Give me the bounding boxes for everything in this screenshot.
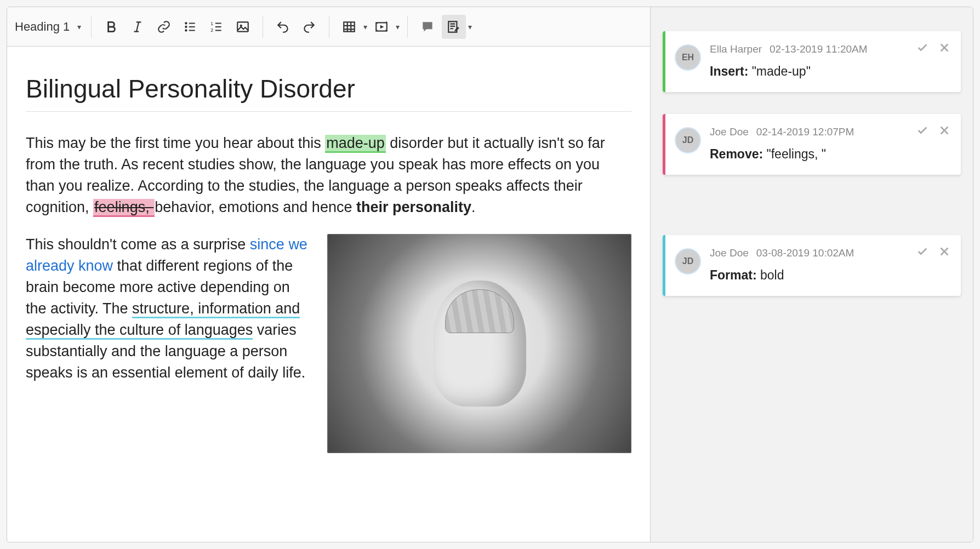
format-group: 12 bbox=[96, 15, 258, 39]
toolbar-separator bbox=[91, 16, 92, 38]
reject-button[interactable] bbox=[935, 121, 954, 140]
suggestion-label: Format: bbox=[710, 268, 757, 282]
reject-button[interactable] bbox=[935, 242, 954, 261]
insertion-mark[interactable]: made-up bbox=[325, 135, 386, 153]
spacer bbox=[663, 197, 961, 235]
media-button[interactable] bbox=[369, 15, 394, 39]
suggestion-date: 02-14-2019 12:07PM bbox=[756, 126, 854, 138]
suggestion-stripe bbox=[663, 235, 665, 296]
title-rule bbox=[26, 111, 631, 112]
page-title: Bilingual Personality Disorder bbox=[26, 74, 631, 104]
avatar: EH bbox=[675, 44, 701, 71]
suggestion-author: Ella Harper bbox=[710, 43, 762, 55]
svg-text:2: 2 bbox=[210, 27, 213, 32]
app-frame: Heading 1 ▾ 12 bbox=[7, 7, 973, 542]
suggestion-label: Insert: bbox=[710, 64, 748, 78]
svg-point-0 bbox=[185, 22, 187, 24]
accept-button[interactable] bbox=[913, 121, 932, 140]
image-placeholder-brain bbox=[445, 289, 514, 333]
italic-button[interactable] bbox=[126, 15, 150, 39]
collab-group: ▾ bbox=[412, 15, 475, 39]
image-placeholder-head bbox=[433, 281, 526, 407]
svg-point-2 bbox=[185, 29, 187, 31]
reject-button[interactable] bbox=[935, 38, 954, 58]
text: . bbox=[471, 199, 476, 215]
suggestion-card[interactable]: JD Joe Doe 03-08-2019 10:02AM Format: bo… bbox=[663, 235, 961, 296]
suggestion-text: Format: bold bbox=[710, 268, 949, 283]
suggestion-card[interactable]: EH Ella Harper 02-13-2019 11:20AM Insert… bbox=[663, 31, 961, 92]
suggestion-actions bbox=[913, 121, 954, 140]
insert-group: ▾ ▾ bbox=[334, 15, 403, 39]
editor-column: Heading 1 ▾ 12 bbox=[7, 7, 651, 542]
chevron-down-icon[interactable]: ▾ bbox=[468, 22, 472, 31]
undo-button[interactable] bbox=[271, 15, 295, 39]
svg-point-1 bbox=[185, 25, 187, 27]
suggestion-actions bbox=[913, 38, 954, 58]
suggestion-card[interactable]: JD Joe Doe 02-14-2019 12:07PM Remove: "f… bbox=[663, 114, 961, 175]
suggestion-value: bold bbox=[760, 268, 784, 282]
text: This may be the first time you hear abou… bbox=[26, 135, 325, 151]
chevron-down-icon[interactable]: ▾ bbox=[396, 22, 400, 31]
suggestion-actions bbox=[913, 242, 954, 261]
toolbar: Heading 1 ▾ 12 bbox=[7, 7, 650, 47]
suggestion-stripe bbox=[663, 114, 665, 175]
chevron-down-icon: ▾ bbox=[77, 22, 81, 31]
link-button[interactable] bbox=[152, 15, 176, 39]
text: behavior, emotions and hence bbox=[155, 199, 356, 215]
heading-label: Heading 1 bbox=[15, 20, 70, 34]
table-button[interactable] bbox=[337, 15, 361, 39]
toolbar-separator bbox=[263, 16, 263, 38]
suggestion-text: Remove: "feelings, " bbox=[710, 147, 949, 162]
svg-text:1: 1 bbox=[210, 20, 213, 26]
svg-rect-5 bbox=[238, 22, 249, 31]
suggestion-value: "feelings, " bbox=[767, 147, 826, 161]
suggestion-label: Remove: bbox=[710, 147, 763, 161]
article-image[interactable] bbox=[327, 234, 631, 453]
avatar: JD bbox=[675, 127, 701, 153]
bold-text: their personality bbox=[356, 199, 471, 215]
editor-body[interactable]: Bilingual Personality Disorder This may … bbox=[7, 47, 650, 542]
accept-button[interactable] bbox=[913, 242, 932, 261]
suggestion-date: 03-08-2019 10:02AM bbox=[756, 247, 854, 259]
avatar: JD bbox=[675, 248, 701, 274]
suggestion-author: Joe Doe bbox=[710, 126, 749, 138]
suggestion-value: "made-up" bbox=[752, 64, 811, 78]
suggestion-author: Joe Doe bbox=[710, 247, 749, 259]
svg-rect-7 bbox=[344, 22, 355, 31]
bullet-list-button[interactable] bbox=[178, 15, 202, 39]
accept-button[interactable] bbox=[913, 38, 932, 58]
text: This shouldn't come as a surprise bbox=[26, 236, 250, 253]
numbered-list-button[interactable]: 12 bbox=[204, 15, 229, 39]
paragraph-1: This may be the first time you hear abou… bbox=[26, 133, 631, 219]
deletion-mark[interactable]: feelings, bbox=[93, 199, 155, 217]
bold-button[interactable] bbox=[99, 15, 123, 39]
suggestion-stripe bbox=[663, 31, 665, 92]
suggestions-sidebar: EH Ella Harper 02-13-2019 11:20AM Insert… bbox=[651, 7, 973, 542]
suggestion-text: Insert: "made-up" bbox=[710, 64, 949, 79]
history-group bbox=[267, 15, 324, 39]
heading-dropdown[interactable]: Heading 1 ▾ bbox=[13, 15, 87, 39]
chevron-down-icon[interactable]: ▾ bbox=[363, 22, 367, 31]
redo-button[interactable] bbox=[297, 15, 321, 39]
comment-button[interactable] bbox=[415, 15, 440, 39]
image-button[interactable] bbox=[231, 15, 255, 39]
track-changes-button[interactable] bbox=[442, 15, 466, 39]
toolbar-separator bbox=[407, 16, 408, 38]
toolbar-separator bbox=[329, 16, 329, 38]
suggestion-date: 02-13-2019 11:20AM bbox=[770, 43, 868, 55]
